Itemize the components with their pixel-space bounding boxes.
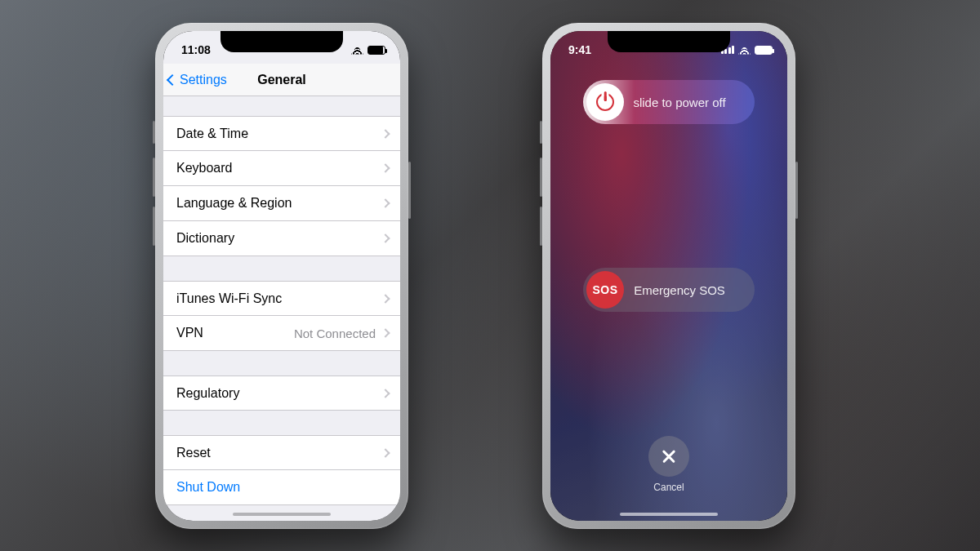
home-indicator[interactable]: [233, 513, 331, 516]
chevron-right-icon: [381, 448, 390, 457]
chevron-right-icon: [381, 294, 390, 303]
chevron-right-icon: [381, 389, 390, 398]
cell-label: VPN: [176, 326, 203, 340]
screen-right: 9:41 slide to power off SOS Emergency SO…: [550, 31, 787, 521]
volume-up: [153, 158, 155, 197]
cell-right: [382, 450, 389, 456]
power-icon: [596, 93, 614, 111]
chevron-right-icon: [381, 163, 390, 172]
settings-cell[interactable]: Reset: [163, 435, 400, 470]
wifi-icon: [351, 46, 363, 55]
screen-left: 11:08 Settings General Date & TimeKeyboa…: [163, 31, 400, 521]
settings-cell[interactable]: Language & Region: [163, 186, 400, 221]
cell-label: Keyboard: [176, 161, 233, 176]
phone-left: 11:08 Settings General Date & TimeKeyboa…: [155, 23, 408, 529]
cell-label: Shut Down: [176, 480, 240, 495]
settings-group: iTunes Wi-Fi SyncVPNNot Connected: [163, 281, 400, 351]
cell-label: Reset: [176, 446, 211, 460]
chevron-right-icon: [381, 129, 390, 138]
group-gap: [163, 411, 400, 435]
chevron-left-icon: [167, 73, 178, 85]
status-right: [351, 46, 385, 55]
chevron-right-icon: [381, 198, 390, 207]
sos-label: Emergency SOS: [624, 283, 751, 297]
volume-down: [540, 207, 542, 246]
cancel-button[interactable]: [648, 436, 689, 477]
settings-list[interactable]: Date & TimeKeyboardLanguage & RegionDict…: [163, 96, 400, 521]
settings-group: Regulatory: [163, 375, 400, 411]
notch: [220, 31, 343, 52]
settings-group: Date & TimeKeyboardLanguage & RegionDict…: [163, 116, 400, 256]
power-off-slider[interactable]: slide to power off: [583, 80, 755, 124]
cell-right: Not Connected: [294, 327, 389, 340]
cell-label: iTunes Wi-Fi Sync: [176, 291, 282, 306]
mute-switch: [540, 121, 542, 144]
settings-cell[interactable]: Regulatory: [163, 375, 400, 411]
notch: [608, 31, 730, 52]
emergency-sos-slider[interactable]: SOS Emergency SOS: [583, 268, 755, 312]
settings-cell[interactable]: Date & Time: [163, 116, 400, 151]
cell-right: [382, 390, 389, 397]
power-off-label: slide to power off: [624, 96, 751, 109]
nav-title: General: [257, 73, 306, 87]
settings-cell[interactable]: VPNNot Connected: [163, 316, 400, 351]
volume-up: [540, 158, 542, 197]
power-off-knob[interactable]: [586, 83, 624, 121]
group-gap: [163, 256, 400, 281]
phone-right: 9:41 slide to power off SOS Emergency SO…: [542, 23, 795, 529]
status-time: 9:41: [568, 43, 591, 56]
side-button: [408, 162, 411, 219]
volume-down: [153, 207, 155, 246]
cell-label: Dictionary: [176, 231, 234, 246]
cell-label: Regulatory: [176, 386, 239, 401]
battery-icon: [755, 46, 773, 55]
cell-right: [382, 295, 389, 302]
close-icon: [662, 449, 676, 464]
cell-right: [382, 165, 389, 171]
home-indicator[interactable]: [620, 513, 718, 516]
group-gap: [163, 96, 400, 116]
cell-right: [382, 235, 389, 242]
cell-label: Language & Region: [176, 196, 292, 211]
side-button: [795, 162, 798, 219]
cell-label: Date & Time: [176, 127, 248, 141]
sos-knob-label: SOS: [592, 283, 617, 296]
stage: 11:08 Settings General Date & TimeKeyboa…: [0, 0, 980, 551]
mute-switch: [153, 121, 155, 144]
back-button[interactable]: Settings: [168, 64, 227, 96]
cell-right: [382, 200, 389, 207]
wifi-icon: [738, 46, 751, 55]
settings-cell[interactable]: iTunes Wi-Fi Sync: [163, 281, 400, 316]
cancel-label: Cancel: [653, 482, 684, 493]
battery-icon: [368, 46, 385, 55]
sos-knob[interactable]: SOS: [586, 271, 624, 309]
cancel-area: Cancel: [648, 436, 689, 493]
status-right: [721, 46, 773, 55]
group-gap: [163, 351, 400, 375]
nav-bar: Settings General: [163, 64, 400, 96]
cell-detail: Not Connected: [294, 327, 376, 340]
settings-group: ResetShut Down: [163, 435, 400, 505]
settings-cell[interactable]: Shut Down: [163, 470, 400, 505]
settings-cell[interactable]: Dictionary: [163, 221, 400, 256]
status-time: 11:08: [181, 43, 211, 56]
chevron-right-icon: [381, 233, 390, 242]
settings-cell[interactable]: Keyboard: [163, 151, 400, 186]
back-label: Settings: [180, 73, 227, 87]
cell-right: [382, 131, 389, 137]
chevron-right-icon: [381, 328, 390, 337]
